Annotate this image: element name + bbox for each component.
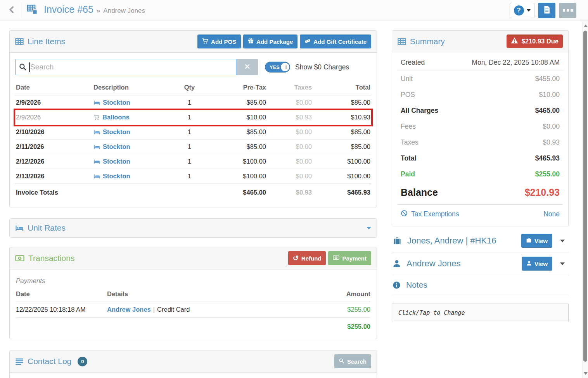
summary-row-paid: Paid $255.00 xyxy=(398,166,563,182)
toggle-on-label: YES xyxy=(270,64,280,70)
show-zero-charges-label: Show $0 Charges xyxy=(295,63,349,71)
scroll-down-arrow[interactable] xyxy=(584,372,588,375)
table-icon xyxy=(398,37,406,46)
refund-button[interactable]: ↺ Refund xyxy=(288,251,326,265)
warning-icon xyxy=(511,37,518,45)
invoice-totals-label: Invoice Totals xyxy=(16,189,93,196)
right-column: Summary $210.93 Due Created Mon, Dec 22,… xyxy=(392,30,569,378)
line-items-search-row: YES Show $0 Charges xyxy=(10,53,377,78)
payment-amount: $255.00 xyxy=(304,306,370,313)
document-button[interactable] xyxy=(538,3,555,18)
chevron-down-icon[interactable] xyxy=(560,240,565,242)
briefcase-icon xyxy=(526,237,532,244)
chevron-down-icon[interactable] xyxy=(560,262,565,265)
table-icon xyxy=(15,37,24,46)
col-taxes: Taxes xyxy=(266,84,312,91)
unit-rates-header[interactable]: Unit Rates xyxy=(10,219,377,237)
ellipsis-icon xyxy=(563,9,565,12)
notes-edit-box[interactable]: Click/Tap to Change xyxy=(392,304,569,322)
add-gift-certificate-button[interactable]: Add Gift Certificate xyxy=(300,35,371,48)
unit-entity-title: Jones, Andrew | #HK16 xyxy=(393,236,496,246)
summary-row-taxes: Taxes $0.93 xyxy=(398,135,563,150)
line-item-link[interactable]: Stockton xyxy=(103,173,130,180)
summary-title: Summary xyxy=(398,37,445,46)
add-pos-button[interactable]: Add POS xyxy=(197,35,241,48)
text-cursor xyxy=(29,62,30,72)
payment-row: 12/22/2025 10:18:18 AM Andrew Jones|Cred… xyxy=(16,302,370,318)
invoice-totals-row: Invoice Totals $465.00 $0.93 $465.93 xyxy=(15,184,371,201)
summary-panel: Summary $210.93 Due Created Mon, Dec 22,… xyxy=(392,30,569,226)
info-icon xyxy=(393,281,401,289)
clear-search-button[interactable] xyxy=(236,59,258,75)
unit-entity-row: Jones, Andrew | #HK16 View xyxy=(392,230,569,252)
view-customer-button[interactable]: View xyxy=(522,257,552,271)
line-items-panel: Line Items Add POS xyxy=(9,30,377,207)
table-row: 2/12/2026 Stockton 1 $100.00 $0.00 $100.… xyxy=(15,154,371,169)
line-item-link[interactable]: Stockton xyxy=(103,128,130,136)
line-item-link[interactable]: Stockton xyxy=(103,158,130,165)
line-items-table: Date Description Qty Pre-Tax Taxes Total… xyxy=(15,81,371,201)
table-row: 2/9/2026 Stockton 1 $85.00 $0.00 $85.00 xyxy=(15,95,371,110)
summary-body: Created Mon, Dec 22, 2025 10:08 AM Unit … xyxy=(392,52,568,226)
line-items-actions: Add POS Add Package Add Gi xyxy=(197,35,371,48)
line-item-link[interactable]: Stockton xyxy=(103,99,130,106)
tax-exemptions-row: Tax Exemptions None xyxy=(398,204,563,224)
question-icon: ? xyxy=(514,5,524,16)
left-column: Line Items Add POS xyxy=(9,30,377,378)
view-unit-button[interactable]: View xyxy=(521,234,552,248)
refund-icon: ↺ xyxy=(293,255,299,262)
line-item-link[interactable]: Balloons xyxy=(102,114,130,121)
summary-row-pos: POS $10.00 xyxy=(398,87,563,103)
col-pretax: Pre-Tax xyxy=(206,84,266,91)
table-row: 2/13/2026 Stockton 1 $100.00 $0.00 $100.… xyxy=(15,169,371,184)
ban-icon xyxy=(401,210,408,219)
toggle-knob xyxy=(280,62,290,72)
contact-log-panel: Contact Log 0 Search Add New Entry... xyxy=(9,350,377,378)
contact-log-search-button[interactable]: Search xyxy=(334,354,371,368)
transactions-title: Transactions xyxy=(15,254,74,263)
back-button[interactable] xyxy=(4,2,19,19)
bed-icon xyxy=(93,158,100,165)
customer-entity-title: Andrew Jones xyxy=(393,259,460,269)
help-button[interactable]: ? xyxy=(510,3,534,18)
payment-method: Credit Card xyxy=(157,306,190,313)
close-icon xyxy=(245,64,250,70)
col-description: Description xyxy=(93,84,173,91)
summary-row-fees: Fees $0.00 xyxy=(398,119,563,135)
bed-icon xyxy=(93,99,100,106)
contact-log-header: Contact Log 0 Search xyxy=(10,350,377,373)
chevron-down-icon[interactable] xyxy=(367,227,371,230)
banknote-icon xyxy=(333,254,339,262)
bed-icon xyxy=(93,143,100,150)
search-icon xyxy=(339,358,344,365)
top-bar: Invoice #65 » Andrew Jones ? xyxy=(0,0,588,21)
col-qty: Qty xyxy=(173,84,206,91)
table-row: 2/10/2026 Stockton 1 $85.00 $0.00 $85.00 xyxy=(15,125,371,140)
scrollbar-thumb[interactable] xyxy=(583,31,587,362)
scroll-up-arrow[interactable] xyxy=(584,24,588,27)
vertical-scrollbar[interactable] xyxy=(582,21,588,378)
summary-row-all-charges: All Charges $465.00 xyxy=(398,103,563,119)
show-zero-charges-toggle[interactable]: YES xyxy=(265,62,290,72)
main-content: Line Items Add POS xyxy=(0,21,588,378)
add-package-button[interactable]: Add Package xyxy=(243,35,297,48)
col-date: Date xyxy=(16,290,107,298)
breadcrumb: Invoice #65 » Andrew Jones xyxy=(27,4,145,17)
briefcase-icon xyxy=(393,236,402,245)
line-item-link[interactable]: Stockton xyxy=(103,143,130,150)
contact-log-title: Contact Log 0 xyxy=(15,357,87,366)
bed-icon xyxy=(15,224,24,232)
more-options-button[interactable] xyxy=(559,3,576,18)
invoice-page: Invoice #65 » Andrew Jones ? xyxy=(0,0,588,378)
summary-row-balance: Balance $210.93 xyxy=(398,182,563,203)
notes-header: Notes xyxy=(392,275,569,295)
line-items-header: Line Items Add POS xyxy=(10,31,377,53)
payments-total: $255.00 xyxy=(16,318,370,331)
payment-customer-link[interactable]: Andrew Jones xyxy=(107,306,151,313)
chevron-left-icon xyxy=(8,6,16,15)
transactions-panel: Transactions ↺ Refund Payment xyxy=(9,247,377,339)
divider xyxy=(21,3,21,18)
payment-button[interactable]: Payment xyxy=(328,251,371,265)
search-input[interactable] xyxy=(15,59,236,75)
tax-exemptions-link[interactable]: Tax Exemptions xyxy=(401,210,459,219)
